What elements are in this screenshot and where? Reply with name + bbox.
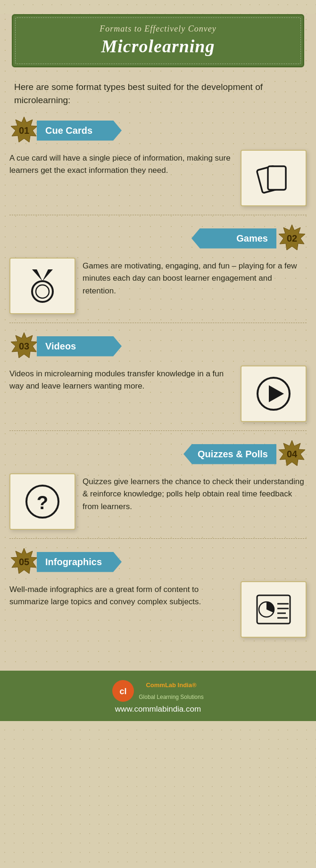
starburst-number-01: 01	[19, 125, 29, 136]
arrow-label-01: Cue Cards	[37, 121, 122, 141]
footer-company-name: CommLab India®	[139, 681, 203, 694]
svg-rect-2	[268, 166, 286, 190]
icon-box-01	[241, 150, 307, 206]
intro-text: Here are some format types best suited f…	[14, 81, 302, 106]
label-row-05: 05 Infographics	[9, 547, 307, 576]
svg-marker-5	[42, 269, 53, 281]
label-row-02: Games 02	[9, 224, 307, 253]
infographic-icon	[255, 591, 292, 628]
svg-text:cl: cl	[120, 687, 127, 696]
divider-01	[9, 215, 307, 215]
icon-box-04: ?	[9, 473, 75, 530]
header-banner: Formats to Effectively Convey Microlearn…	[12, 14, 304, 67]
section-content-05: Well-made infographics are a great form …	[9, 581, 307, 638]
svg-point-6	[32, 281, 53, 302]
starburst-number-02: 02	[287, 233, 297, 244]
arrow-label-02: Games	[191, 228, 276, 249]
starburst-number-03: 03	[19, 341, 29, 352]
arrow-label-05: Infographics	[37, 552, 122, 572]
svg-text:?: ?	[37, 492, 48, 513]
divider-03	[9, 430, 307, 431]
section-content-01: A cue card will have a single piece of i…	[9, 150, 307, 206]
starburst-03: 03	[9, 332, 39, 361]
starburst-02: 02	[277, 224, 307, 253]
footer-tagline: Global Learning Solutions	[139, 694, 203, 700]
starburst-05: 05	[9, 547, 39, 576]
section-content-03: Videos in microlearning modules transfer…	[9, 365, 307, 422]
section-02: Games 02 Games are motivating, engaging,…	[0, 224, 316, 314]
icon-box-05	[241, 581, 307, 638]
section-03: 03 Videos Videos in microlearning module…	[0, 332, 316, 422]
starburst-04: 04	[277, 439, 307, 469]
medal-icon	[24, 267, 61, 305]
footer: cl CommLab India® Global Learning Soluti…	[0, 671, 316, 721]
footer-logo: cl	[112, 680, 134, 702]
svg-marker-10	[269, 385, 284, 402]
icon-box-03	[241, 365, 307, 422]
section-01: 01 Cue Cards A cue card will have a sing…	[0, 116, 316, 206]
label-row-01: 01 Cue Cards	[9, 116, 307, 145]
spacer	[0, 642, 316, 657]
svg-marker-4	[32, 269, 42, 281]
starburst-number-04: 04	[287, 449, 297, 460]
section-text-05: Well-made infographics are a great form …	[9, 581, 233, 611]
header-subtitle: Formats to Effectively Convey	[23, 24, 293, 34]
svg-point-7	[36, 285, 49, 298]
section-text-02: Games are motivating, engaging, and fun …	[83, 258, 307, 300]
section-04: Quizzes & Polls 04 Quizzes give learners…	[0, 439, 316, 530]
footer-brand-text: CommLab India® Global Learning Solutions	[139, 681, 203, 700]
quiz-icon: ?	[24, 483, 61, 520]
section-content-02: Games are motivating, engaging, and fun …	[9, 258, 307, 314]
play-icon	[255, 375, 292, 413]
starburst-number-05: 05	[19, 557, 29, 568]
header-title: Microlearning	[23, 36, 293, 57]
section-content-04: Quizzes give learners the chance to chec…	[9, 473, 307, 530]
section-05: 05 Infographics Well-made infographics a…	[0, 547, 316, 638]
label-row-03: 03 Videos	[9, 332, 307, 361]
section-text-01: A cue card will have a single piece of i…	[9, 150, 233, 179]
arrow-label-03: Videos	[37, 336, 122, 357]
starburst-01: 01	[9, 116, 39, 145]
section-text-03: Videos in microlearning modules transfer…	[9, 365, 233, 395]
divider-04	[9, 538, 307, 539]
footer-url: www.commlabindia.com	[9, 705, 307, 714]
label-row-04: Quizzes & Polls 04	[9, 439, 307, 469]
arrow-label-04: Quizzes & Polls	[183, 444, 276, 464]
cards-icon	[255, 159, 292, 197]
footer-brand: cl CommLab India® Global Learning Soluti…	[9, 680, 307, 702]
section-text-04: Quizzes give learners the chance to chec…	[83, 473, 307, 515]
icon-box-02	[9, 258, 75, 314]
page-wrapper: Formats to Effectively Convey Microlearn…	[0, 14, 316, 721]
divider-02	[9, 323, 307, 323]
